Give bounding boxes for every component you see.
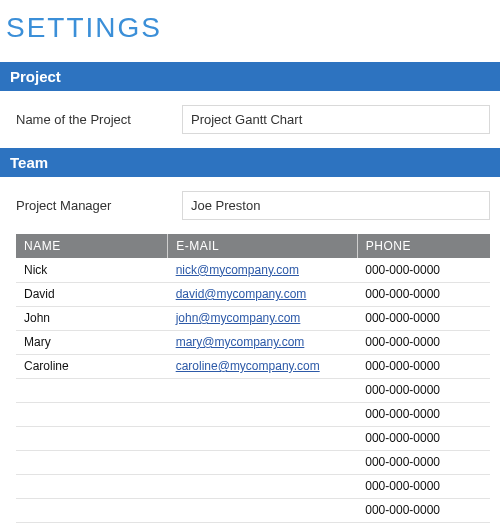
project-manager-label: Project Manager [16, 198, 166, 213]
table-row: Carolinecaroline@mycompany.com000-000-00… [16, 354, 490, 378]
cell-name[interactable]: Nick [16, 258, 168, 282]
cell-phone[interactable]: 000-000-0000 [357, 474, 490, 498]
section-header-team: Team [0, 148, 500, 177]
table-row: 000-000-0000 [16, 402, 490, 426]
cell-phone[interactable]: 000-000-0000 [357, 306, 490, 330]
cell-email[interactable]: john@mycompany.com [168, 306, 358, 330]
email-link[interactable]: mary@mycompany.com [176, 335, 305, 349]
cell-phone[interactable]: 000-000-0000 [357, 354, 490, 378]
cell-email[interactable] [168, 378, 358, 402]
cell-email[interactable]: nick@mycompany.com [168, 258, 358, 282]
col-header-name: NAME [16, 234, 168, 258]
cell-name[interactable] [16, 378, 168, 402]
table-row: 000-000-0000 [16, 474, 490, 498]
cell-name[interactable] [16, 474, 168, 498]
cell-name[interactable] [16, 426, 168, 450]
cell-phone[interactable]: 000-000-0000 [357, 498, 490, 522]
table-row: Marymary@mycompany.com000-000-0000 [16, 330, 490, 354]
cell-email[interactable] [168, 522, 358, 528]
cell-name[interactable] [16, 402, 168, 426]
cell-email[interactable] [168, 450, 358, 474]
cell-phone[interactable]: 000-000-0000 [357, 330, 490, 354]
cell-name[interactable]: John [16, 306, 168, 330]
email-link[interactable]: nick@mycompany.com [176, 263, 299, 277]
cell-name[interactable]: David [16, 282, 168, 306]
table-row: 000-000-0000 [16, 426, 490, 450]
cell-email[interactable]: caroline@mycompany.com [168, 354, 358, 378]
email-link[interactable]: david@mycompany.com [176, 287, 307, 301]
team-table-wrap: NAME E-MAIL PHONE Nicknick@mycompany.com… [0, 234, 500, 528]
cell-name[interactable] [16, 522, 168, 528]
section-header-project: Project [0, 62, 500, 91]
team-table: NAME E-MAIL PHONE Nicknick@mycompany.com… [16, 234, 490, 528]
table-row: Daviddavid@mycompany.com000-000-0000 [16, 282, 490, 306]
cell-email[interactable] [168, 474, 358, 498]
cell-email[interactable] [168, 402, 358, 426]
col-header-email: E-MAIL [168, 234, 358, 258]
project-name-row: Name of the Project [0, 91, 500, 148]
cell-name[interactable]: Mary [16, 330, 168, 354]
table-row: 000-000-0000 [16, 378, 490, 402]
cell-phone[interactable]: 000-000-0000 [357, 426, 490, 450]
cell-email[interactable] [168, 426, 358, 450]
cell-phone[interactable]: 000-000-0000 [357, 282, 490, 306]
table-row: 000-000-0000 [16, 522, 490, 528]
project-name-input[interactable] [182, 105, 490, 134]
table-row: 000-000-0000 [16, 498, 490, 522]
email-link[interactable]: caroline@mycompany.com [176, 359, 320, 373]
table-row: Johnjohn@mycompany.com000-000-0000 [16, 306, 490, 330]
cell-name[interactable] [16, 450, 168, 474]
cell-name[interactable] [16, 498, 168, 522]
table-row: 000-000-0000 [16, 450, 490, 474]
cell-email[interactable]: mary@mycompany.com [168, 330, 358, 354]
cell-email[interactable] [168, 498, 358, 522]
project-manager-input[interactable] [182, 191, 490, 220]
table-row: Nicknick@mycompany.com000-000-0000 [16, 258, 490, 282]
email-link[interactable]: john@mycompany.com [176, 311, 301, 325]
page-title: SETTINGS [0, 0, 500, 62]
project-manager-row: Project Manager [0, 177, 500, 234]
project-name-label: Name of the Project [16, 112, 166, 127]
cell-email[interactable]: david@mycompany.com [168, 282, 358, 306]
cell-phone[interactable]: 000-000-0000 [357, 378, 490, 402]
col-header-phone: PHONE [357, 234, 490, 258]
cell-phone[interactable]: 000-000-0000 [357, 450, 490, 474]
cell-phone[interactable]: 000-000-0000 [357, 522, 490, 528]
cell-name[interactable]: Caroline [16, 354, 168, 378]
cell-phone[interactable]: 000-000-0000 [357, 402, 490, 426]
cell-phone[interactable]: 000-000-0000 [357, 258, 490, 282]
